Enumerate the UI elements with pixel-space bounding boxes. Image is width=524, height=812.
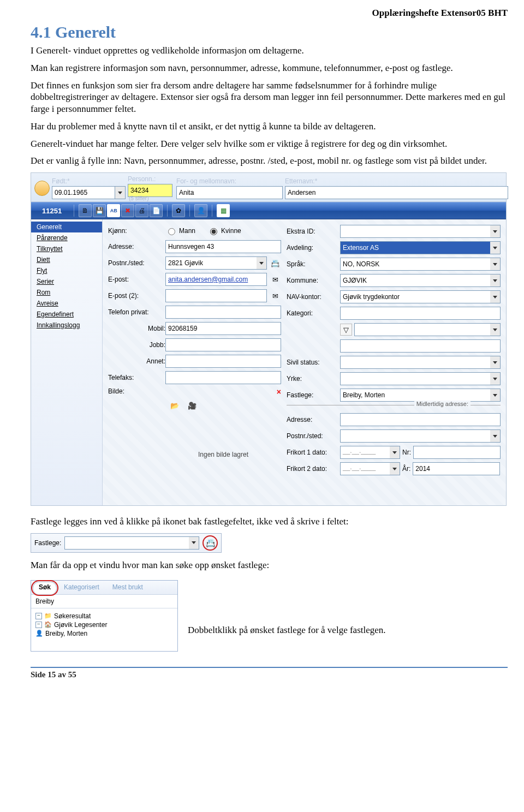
kommune-dropdown-button[interactable] xyxy=(490,274,501,287)
tree-root[interactable]: − 📁 Søkeresultat xyxy=(35,612,173,620)
epost-input[interactable]: anita.andersen@gmail.com xyxy=(165,273,267,286)
section-heading: 4.1 Generelt xyxy=(31,23,508,41)
sidebar-item-tilknyttet[interactable]: Tilknyttet xyxy=(31,243,102,254)
flower-icon[interactable]: ✿ xyxy=(172,204,185,217)
body-text: Fastlege legges inn ved å klikke på ikon… xyxy=(31,516,508,528)
send-mail2-icon[interactable]: ✉ xyxy=(269,290,281,302)
fastlege-dropdown-button[interactable] xyxy=(490,389,501,402)
kategori-input[interactable] xyxy=(340,307,501,320)
etternavn-label: Etternavn: xyxy=(285,177,503,185)
doc-header: Opplæringshefte Extensor05 BHT xyxy=(31,8,508,19)
snip2-lookup-icon[interactable]: 📇 xyxy=(203,535,218,551)
print-icon[interactable]: 🖨 xyxy=(135,204,148,217)
frikort1-input[interactable] xyxy=(340,446,390,459)
bilde-clear-icon[interactable]: × xyxy=(277,387,281,396)
frikort1-dropdown-button[interactable] xyxy=(390,446,400,459)
tree-node-doctor[interactable]: 👤 Breiby, Morten xyxy=(35,629,173,638)
adresse2-input[interactable] xyxy=(340,413,501,426)
fornavn-input[interactable] xyxy=(176,186,283,199)
send-mail-icon[interactable]: ✉ xyxy=(269,273,281,285)
avdeling-label: Avdeling: xyxy=(287,244,340,252)
nr-input[interactable] xyxy=(413,446,501,459)
sivil-input[interactable] xyxy=(340,356,490,369)
post2-dropdown-button[interactable] xyxy=(490,429,501,443)
sidebar-item-diett[interactable]: Diett xyxy=(31,254,102,265)
nav-dropdown-button[interactable] xyxy=(490,290,501,303)
avdeling-dropdown-button[interactable] xyxy=(490,241,501,254)
sivil-label: Sivil status: xyxy=(287,359,340,366)
tab-sok[interactable]: Søk xyxy=(33,582,57,594)
fodt-label: Født: xyxy=(52,177,126,185)
sidebar-item-flyt[interactable]: Flyt xyxy=(31,265,102,276)
fastlege-input[interactable] xyxy=(340,389,490,402)
bilde-folder-icon[interactable]: 📂 xyxy=(169,399,181,411)
sidebar-item-parorende[interactable]: Pårørende xyxy=(31,232,102,243)
nav-input[interactable] xyxy=(340,290,490,303)
mobil-input[interactable] xyxy=(165,322,281,335)
delete-icon[interactable]: ✖ xyxy=(121,204,134,217)
fastlege-field-closeup: Fastlege: 📇 xyxy=(31,533,222,553)
bilde-label: Bilde: xyxy=(108,387,165,395)
kategori-label: Kategori: xyxy=(287,309,340,317)
sidebar: Generelt Pårørende Tilknyttet Diett Flyt… xyxy=(31,219,103,505)
adresse2-label: Adresse: xyxy=(287,416,340,423)
sidebar-item-generelt[interactable]: Generelt xyxy=(31,222,102,232)
ekstraid-input[interactable] xyxy=(340,225,490,238)
postnr-dropdown-button[interactable] xyxy=(257,256,267,270)
sidebar-item-rom[interactable]: Rom xyxy=(31,287,102,298)
file-number: 11251 xyxy=(31,202,73,219)
user-card-icon[interactable]: 👤 xyxy=(194,204,207,217)
sprak-dropdown-button[interactable] xyxy=(490,258,501,271)
adresse-label: Adresse: xyxy=(108,243,165,250)
kommune-input[interactable] xyxy=(340,274,490,287)
tab-kategorisert[interactable]: Kategorisert xyxy=(58,581,105,594)
search-query[interactable]: Breiby xyxy=(31,595,177,608)
postnr-lookup-icon[interactable]: 📇 xyxy=(269,257,281,269)
new-doc-icon[interactable]: 🗎 xyxy=(79,204,92,217)
titlebar: Født: Personn.: (5 siffer) For- og mello… xyxy=(31,173,506,202)
fodt-dropdown-button[interactable] xyxy=(115,186,126,199)
epost2-input[interactable] xyxy=(165,289,267,302)
card-icon[interactable]: AB xyxy=(107,204,120,217)
etternavn-input[interactable] xyxy=(285,186,508,199)
aar-input[interactable] xyxy=(413,462,500,475)
tab-mest-brukt[interactable]: Mest brukt xyxy=(106,581,149,594)
telefaks-input[interactable] xyxy=(165,371,281,384)
bilde-webcam-icon[interactable]: 🎥 xyxy=(186,399,198,411)
tree-node-legesenter[interactable]: − 🏠 Gjøvik Legesenter xyxy=(35,620,173,629)
sivil-dropdown-button[interactable] xyxy=(490,356,501,369)
kjonn-mann-radio[interactable]: Mann xyxy=(165,226,195,235)
postnr-label: Postnr./sted: xyxy=(108,259,165,267)
extra-combo1-dropdown[interactable] xyxy=(490,323,501,336)
yrke-input[interactable] xyxy=(340,372,490,385)
sidebar-item-avreise[interactable]: Avreise xyxy=(31,298,102,309)
frikort2-input[interactable] xyxy=(340,462,390,475)
snip2-input[interactable] xyxy=(64,536,189,550)
tlfpriv-input[interactable] xyxy=(165,306,281,319)
search-tree: − 📁 Søkeresultat − 🏠 Gjøvik Legesenter 👤… xyxy=(31,608,177,651)
sidebar-item-egendefinert[interactable]: Egendefinert xyxy=(31,309,102,320)
properties-icon[interactable]: 📄 xyxy=(150,204,163,217)
sprak-label: Språk: xyxy=(287,260,340,268)
frikort2-dropdown-button[interactable] xyxy=(390,462,400,475)
excel-icon[interactable]: ▦ xyxy=(217,204,230,217)
avdeling-input[interactable] xyxy=(340,241,490,254)
fodt-input[interactable] xyxy=(52,186,115,199)
flag-icon[interactable]: ▽ xyxy=(340,324,352,336)
post2-input[interactable] xyxy=(340,429,490,443)
sidebar-item-serier[interactable]: Serier xyxy=(31,276,102,287)
extra-combo1[interactable] xyxy=(354,323,490,336)
adresse-input[interactable] xyxy=(165,240,281,253)
ekstraid-dropdown-button[interactable] xyxy=(490,225,501,238)
yrke-dropdown-button[interactable] xyxy=(490,372,501,385)
extra-input2[interactable] xyxy=(340,339,501,353)
jobb-label: Jobb: xyxy=(108,341,165,349)
snip2-dropdown-button[interactable] xyxy=(189,536,199,550)
jobb-input[interactable] xyxy=(165,338,281,351)
annet-input[interactable] xyxy=(165,355,281,368)
sprak-input[interactable] xyxy=(340,258,490,271)
sidebar-item-innkallingslogg[interactable]: Innkallingslogg xyxy=(31,320,102,331)
kjonn-kvinne-radio[interactable]: Kvinne xyxy=(207,226,241,235)
save-icon[interactable]: 💾 xyxy=(93,204,106,217)
postnr-input[interactable] xyxy=(165,256,257,270)
